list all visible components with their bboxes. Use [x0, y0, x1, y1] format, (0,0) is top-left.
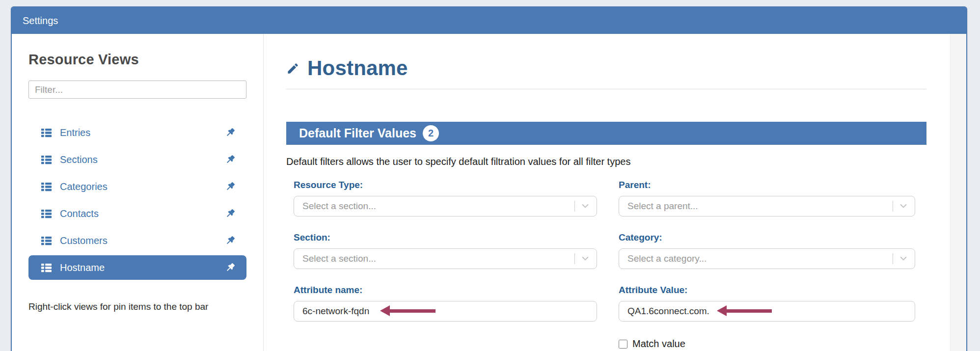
- match-value-label[interactable]: Match value: [632, 338, 685, 350]
- resource-type-field: Resource Type: Select a section...: [294, 180, 597, 216]
- attribute-value-input[interactable]: [619, 301, 915, 322]
- category-field: Category: Select a category...: [619, 232, 915, 269]
- category-label: Category:: [619, 232, 915, 243]
- pin-icon[interactable]: [225, 208, 236, 219]
- section-field: Section: Select a section...: [294, 232, 597, 269]
- pin-icon[interactable]: [225, 235, 236, 246]
- edit-pencil-icon[interactable]: [286, 62, 299, 75]
- sidebar-hint-text: Right-click views for pin items to the t…: [28, 301, 246, 312]
- match-value-checkbox[interactable]: [619, 340, 627, 349]
- resource-views-sidebar: Resource Views Entries Sections: [12, 34, 264, 351]
- list-icon: [41, 208, 52, 219]
- select-separator: [574, 253, 575, 264]
- pin-icon[interactable]: [225, 262, 236, 273]
- attribute-name-field: Attribute name:: [294, 285, 597, 322]
- empty-cell: [294, 337, 597, 350]
- sidebar-item-customers[interactable]: Customers: [28, 228, 246, 253]
- window-title: Settings: [23, 15, 58, 27]
- category-select[interactable]: Select a category...: [619, 248, 915, 269]
- attribute-name-label: Attribute name:: [294, 285, 597, 296]
- sidebar-item-categories[interactable]: Categories: [28, 174, 246, 199]
- resource-type-label: Resource Type:: [294, 180, 597, 190]
- parent-select[interactable]: Select a parent...: [619, 196, 915, 216]
- select-placeholder: Select a category...: [627, 253, 893, 264]
- list-icon: [41, 262, 52, 273]
- parent-field: Parent: Select a parent...: [619, 180, 915, 216]
- scrollbar-track[interactable]: [950, 34, 966, 351]
- list-icon: [41, 154, 52, 165]
- sidebar-item-contacts[interactable]: Contacts: [28, 201, 246, 226]
- default-filter-values-header: Default Filter Values 2: [286, 122, 926, 145]
- list-icon: [41, 127, 52, 138]
- default-filters-form: Resource Type: Select a section... Paren…: [286, 180, 926, 350]
- sidebar-item-label: Customers: [60, 235, 108, 246]
- select-placeholder: Select a parent...: [627, 201, 893, 212]
- parent-label: Parent:: [619, 180, 915, 190]
- filter-count-badge: 2: [423, 125, 439, 141]
- resource-type-select[interactable]: Select a section...: [294, 196, 597, 216]
- section-heading: Default Filter Values: [299, 126, 416, 140]
- resource-views-list: Entries Sections Categories: [28, 120, 246, 280]
- pin-icon[interactable]: [225, 154, 236, 165]
- sidebar-item-label: Categories: [60, 181, 108, 192]
- sidebar-item-label: Entries: [60, 127, 90, 138]
- sidebar-heading: Resource Views: [28, 52, 246, 68]
- select-separator: [893, 253, 893, 264]
- sidebar-item-entries[interactable]: Entries: [28, 120, 246, 145]
- list-icon: [41, 181, 52, 192]
- section-select[interactable]: Select a section...: [294, 248, 597, 269]
- settings-page: Settings Resource Views Entries: [0, 0, 980, 351]
- main-content: Hostname Default Filter Values 2 Default…: [264, 34, 966, 351]
- sidebar-item-hostname[interactable]: Hostname: [28, 255, 246, 280]
- sidebar-item-label: Contacts: [60, 208, 99, 219]
- select-placeholder: Select a section...: [302, 253, 574, 264]
- sidebar-item-sections[interactable]: Sections: [28, 147, 246, 172]
- list-icon: [41, 235, 52, 246]
- settings-panel: Settings Resource Views Entries: [11, 6, 967, 351]
- window-titlebar: Settings: [12, 7, 966, 34]
- select-placeholder: Select a section...: [302, 201, 574, 212]
- page-title: Hostname: [307, 56, 408, 80]
- chevron-down-icon[interactable]: [581, 254, 590, 263]
- attribute-name-input[interactable]: [294, 301, 597, 322]
- filter-input[interactable]: [28, 81, 246, 99]
- section-label: Section:: [294, 232, 597, 243]
- match-value-row: Match value: [619, 338, 915, 350]
- sidebar-item-label: Hostname: [60, 262, 105, 273]
- page-title-row: Hostname: [286, 56, 926, 89]
- section-description: Default filters allows the user to speci…: [286, 156, 926, 167]
- chevron-down-icon[interactable]: [581, 202, 590, 211]
- attribute-value-field: Attribute Value:: [619, 285, 915, 322]
- pin-icon[interactable]: [225, 127, 236, 138]
- select-separator: [893, 201, 893, 212]
- chevron-down-icon[interactable]: [899, 202, 908, 211]
- attribute-value-label: Attribute Value:: [619, 285, 915, 296]
- pin-icon[interactable]: [225, 181, 236, 192]
- sidebar-item-label: Sections: [60, 154, 98, 165]
- select-separator: [574, 201, 575, 212]
- chevron-down-icon[interactable]: [899, 254, 908, 263]
